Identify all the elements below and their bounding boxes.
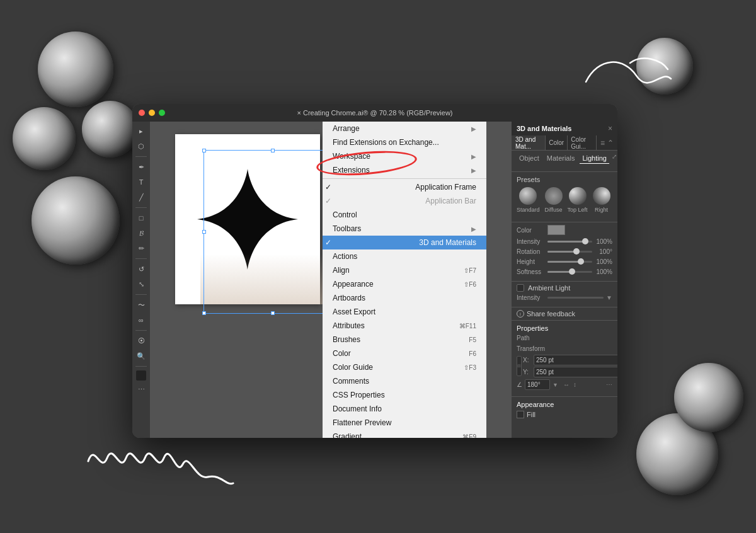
softness-slider[interactable] [547,271,592,273]
menu-item-artboards-label: Artboards [333,294,365,302]
menu-item-align[interactable]: Align ⇧F7 [323,263,486,277]
menu-item-comments[interactable]: Comments [323,374,486,388]
window-title: × Creating Chrome.ai® @ 70.28 % (RGB/Pre… [297,109,452,117]
shortcut-attributes: ⌘F11 [459,323,476,330]
pencil-tool[interactable]: ✏ [134,241,148,255]
menu-item-css-properties[interactable]: CSS Properties [323,388,486,402]
y-input[interactable] [534,367,617,377]
menu-item-actions[interactable]: Actions [323,249,486,263]
menu-item-app-frame[interactable]: Application Frame [323,180,486,194]
preset-standard[interactable]: Standard [517,187,540,213]
tab-color[interactable]: Color [546,135,568,150]
color-swatch[interactable] [547,225,565,235]
type-tool[interactable]: T [134,175,148,189]
rotation-slider[interactable] [547,251,592,253]
fill-checkbox[interactable] [517,411,524,418]
paintbrush-tool[interactable]: 𝓑 [134,226,148,240]
handle-bottom-left[interactable] [202,311,206,315]
flip-horizontal-icon[interactable]: ↔ [563,381,570,388]
maximize-button[interactable] [159,110,165,116]
panel-header: 3D and Materials × [512,122,617,135]
menu-item-brushes[interactable]: Brushes F5 [323,333,486,347]
transform-title: Transform [517,345,612,352]
eyedropper-tool[interactable]: ⦿ [134,334,148,348]
intensity-slider[interactable] [547,241,592,243]
menu-item-gradient[interactable]: Gradient ⌘F9 [323,430,486,438]
angle-input[interactable] [525,379,550,390]
menu-item-extensions[interactable]: Extensions ▶ [323,163,486,177]
menu-item-app-bar-label: Application Bar [425,197,476,205]
panel-top-tabs: 3D and Mat... Color Color Gui... ≡ ⌃ [512,135,617,151]
ambient-intensity-dropdown[interactable]: ▼ [606,294,612,301]
menu-item-attributes[interactable]: Attributes ⌘F11 [323,319,486,333]
tab-color-guide[interactable]: Color Gui... [568,135,597,150]
select-tool[interactable]: ▸ [134,124,148,138]
panel-tab-actions: ≡ ⌃ [597,139,617,147]
more-tools[interactable]: ⋯ [134,382,148,396]
pen-tool[interactable]: ✒ [134,160,148,174]
preset-right[interactable]: Right [593,187,610,213]
rotate-tool[interactable]: ↺ [134,262,148,276]
shape-tool[interactable]: □ [134,211,148,225]
softness-value: 100% [595,268,612,275]
menu-item-flattener-preview[interactable]: Flattener Preview [323,416,486,430]
menu-item-control[interactable]: Control [323,208,486,222]
toolbar-separator-2 [135,207,147,208]
app-window: × Creating Chrome.ai® @ 70.28 % (RGB/Pre… [132,104,617,438]
close-button[interactable] [139,110,145,116]
menu-item-arrange-label: Arrange [333,124,360,133]
rotation-slider-thumb [573,248,580,255]
panel-expand-icon[interactable]: ⌃ [607,139,614,147]
menu-item-3d-materials-label: 3D and Materials [419,238,476,247]
menu-item-appearance[interactable]: Appearance ⇧F6 [323,277,486,291]
scale-tool[interactable]: ⤡ [134,277,148,291]
menu-item-find-extensions[interactable]: Find Extensions on Exchange... [323,135,486,149]
menu-item-asset-export[interactable]: Asset Export [323,305,486,319]
panel-close-button[interactable]: × [608,124,612,133]
height-slider[interactable] [547,261,592,263]
menu-item-workspace[interactable]: Workspace ▶ [323,149,486,163]
line-tool[interactable]: ╱ [134,190,148,204]
menu-item-arrange[interactable]: Arrange ▶ [323,122,486,135]
properties-section: Properties Path Transform ⊞ X: Y: [512,321,617,396]
zoom-tool[interactable]: 🔍 [134,349,148,363]
menu-item-app-bar[interactable]: Application Bar [323,194,486,208]
more-options-icon[interactable]: ⋯ [606,381,612,388]
preset-diffuse[interactable]: Diffuse [545,187,563,213]
warp-tool[interactable]: 〜 [134,298,148,312]
menu-item-artboards[interactable]: Artboards [323,291,486,305]
menu-separator-1 [323,178,486,179]
angle-dropdown[interactable]: ▼ [553,382,558,388]
handle-top-left[interactable] [202,149,206,152]
sub-tab-lighting[interactable]: Lighting [580,153,609,164]
blend-tool[interactable]: ∞ [134,313,148,327]
minimize-button[interactable] [149,110,155,116]
x-input[interactable] [534,355,617,365]
handle-bottom-center[interactable] [271,311,275,315]
shortcut-align: ⇧F7 [464,267,476,274]
menu-item-appearance-label: Appearance [333,280,374,289]
sub-tab-expand-icon[interactable]: ⤢ [612,153,617,164]
menu-item-color[interactable]: Color F6 [323,347,486,360]
preset-topleft[interactable]: Top Left [568,187,588,213]
menu-item-document-info[interactable]: Document Info [323,402,486,416]
tab-3d-materials[interactable]: 3D and Mat... [512,135,546,150]
height-value: 100% [595,258,612,265]
height-row: Height 100% [517,258,612,265]
menu-item-toolbars[interactable]: Toolbars ▶ [323,222,486,236]
direct-select-tool[interactable]: ⬡ [134,139,148,153]
menu-item-3d-materials[interactable]: 3D and Materials [323,236,486,249]
share-feedback-button[interactable]: i Share feedback [512,307,617,321]
angle-icon: ∠ [517,381,522,388]
sub-tab-materials[interactable]: Materials [544,153,578,164]
ambient-light-checkbox[interactable] [517,284,524,292]
panel-options-icon[interactable]: ≡ [600,139,605,147]
fill-color[interactable] [136,370,146,381]
flip-vertical-icon[interactable]: ↕ [573,381,576,388]
ambient-intensity-slider[interactable] [547,297,604,299]
sub-tab-object[interactable]: Object [517,153,542,164]
menu-item-color-label: Color [333,349,351,358]
handle-top-center[interactable] [271,149,275,152]
decorative-ball-2 [13,107,76,170]
menu-item-color-guide[interactable]: Color Guide ⇧F3 [323,360,486,374]
